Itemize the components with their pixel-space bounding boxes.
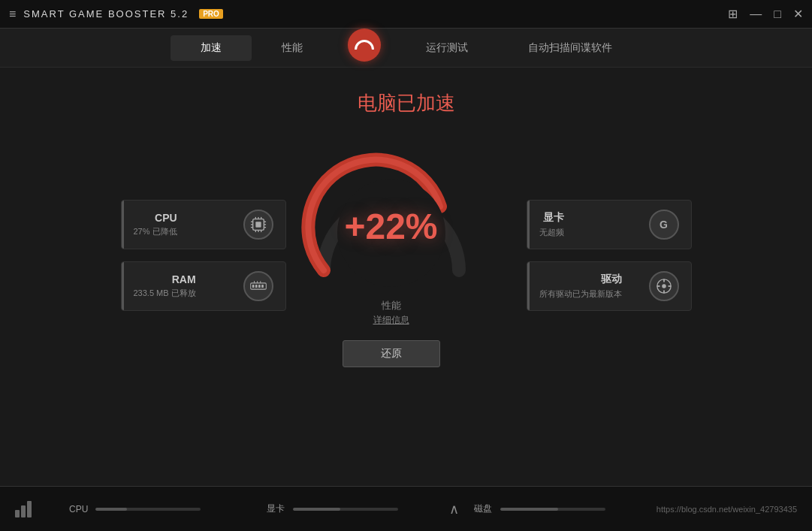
close-button[interactable]: ✕ xyxy=(793,7,803,21)
restore-button[interactable]: 还原 xyxy=(343,340,440,367)
logo-bar-2 xyxy=(21,505,26,517)
svg-rect-1 xyxy=(255,222,261,227)
svg-rect-17 xyxy=(258,284,261,287)
status-disk-fill xyxy=(500,508,558,511)
driver-icon xyxy=(649,271,679,301)
ram-icon xyxy=(243,271,273,301)
status-cpu-fill xyxy=(95,508,127,511)
tab-scan[interactable]: 自动扫描间谍软件 xyxy=(498,35,642,61)
gpu-card: 显卡 无超频 G xyxy=(527,200,692,249)
titlebar-left: ≡ Smart Game Booster 5.2 PRO xyxy=(9,8,223,21)
gpu-icon: G xyxy=(649,210,679,240)
gauge-label: 性能 xyxy=(382,299,401,312)
menu-icon[interactable]: ≡ xyxy=(9,8,16,21)
status-gpu-fill xyxy=(293,508,340,511)
minimize-button[interactable]: — xyxy=(750,8,762,21)
nav-tabs: 加速 性能 运行测试 自动扫描间谍软件 xyxy=(0,29,812,68)
ram-card: RAM 233.5 MB 已释放 xyxy=(121,261,286,311)
tab-accelerate[interactable]: 加速 xyxy=(171,35,252,61)
gpu-info: 显卡 无超频 xyxy=(539,211,564,238)
gauge-container: +22% 性能 详细信息 还原 xyxy=(286,143,497,367)
app-title: Smart Game Booster 5.2 xyxy=(23,8,189,20)
status-cpu: CPU xyxy=(54,504,252,514)
status-gpu-label: 显卡 xyxy=(267,502,285,515)
status-cpu-label: CPU xyxy=(69,504,88,514)
gpu-value: 无超频 xyxy=(539,227,564,238)
page-title: 电脑已加速 xyxy=(358,90,455,116)
cpu-label: CPU xyxy=(134,212,177,224)
up-chevron-icon[interactable]: ∧ xyxy=(449,501,459,517)
ram-value: 233.5 MB 已释放 xyxy=(134,288,196,299)
main-content: 电脑已加速 CPU 27% 已降低 xyxy=(0,68,812,486)
cpu-value: 27% 已降低 xyxy=(134,226,177,237)
maximize-button[interactable]: □ xyxy=(774,8,781,21)
status-disk: 磁盘 xyxy=(459,502,657,515)
status-cpu-track xyxy=(95,508,201,511)
titlebar: ≡ Smart Game Booster 5.2 PRO ⊞ — □ ✕ xyxy=(0,0,812,29)
logo-bar-1 xyxy=(15,510,20,517)
driver-card: 驱动 所有驱动已为最新版本 xyxy=(527,261,692,311)
driver-value: 所有驱动已为最新版本 xyxy=(539,288,622,300)
logo-bar-3 xyxy=(27,501,32,517)
tab-performance[interactable]: 性能 xyxy=(252,35,333,61)
ram-info: RAM 233.5 MB 已释放 xyxy=(134,273,196,299)
center-nav-icon[interactable] xyxy=(348,29,381,62)
gpu-label: 显卡 xyxy=(539,211,564,225)
screenshot-button[interactable]: ⊞ xyxy=(728,7,738,21)
cpu-info: CPU 27% 已降低 xyxy=(134,212,177,237)
tab-benchmark[interactable]: 运行测试 xyxy=(396,35,498,61)
svg-rect-15 xyxy=(252,284,254,287)
statusbar: CPU 显卡 ∧ 磁盘 https://blog.csdn.net/weixin… xyxy=(0,486,812,531)
app-logo xyxy=(15,501,32,517)
svg-rect-16 xyxy=(255,284,257,287)
status-disk-label: 磁盘 xyxy=(474,502,493,515)
left-panel: CPU 27% 已降低 xyxy=(121,200,286,311)
driver-info: 驱动 所有驱动已为最新版本 xyxy=(539,273,622,300)
titlebar-controls: ⊞ — □ ✕ xyxy=(728,7,803,21)
gauge-wrapper: +22% xyxy=(301,143,481,293)
status-gpu: 显卡 xyxy=(252,502,449,515)
status-disk-track xyxy=(500,508,605,511)
gauge-value: +22% xyxy=(344,206,437,247)
pro-badge: PRO xyxy=(199,9,223,19)
center-section: CPU 27% 已降低 xyxy=(68,143,744,367)
ram-label: RAM xyxy=(134,273,196,285)
svg-point-24 xyxy=(662,284,666,288)
svg-rect-18 xyxy=(261,284,264,287)
cpu-icon xyxy=(243,210,273,240)
cpu-card: CPU 27% 已降低 xyxy=(121,200,286,249)
right-panel: 显卡 无超频 G 驱动 所有驱动已为最新版本 xyxy=(527,200,692,311)
status-gpu-track xyxy=(293,508,398,511)
driver-label: 驱动 xyxy=(539,273,622,286)
gauge-detail-link[interactable]: 详细信息 xyxy=(373,314,409,327)
status-url: https://blog.csdn.net/weixin_42793435 xyxy=(657,505,797,514)
